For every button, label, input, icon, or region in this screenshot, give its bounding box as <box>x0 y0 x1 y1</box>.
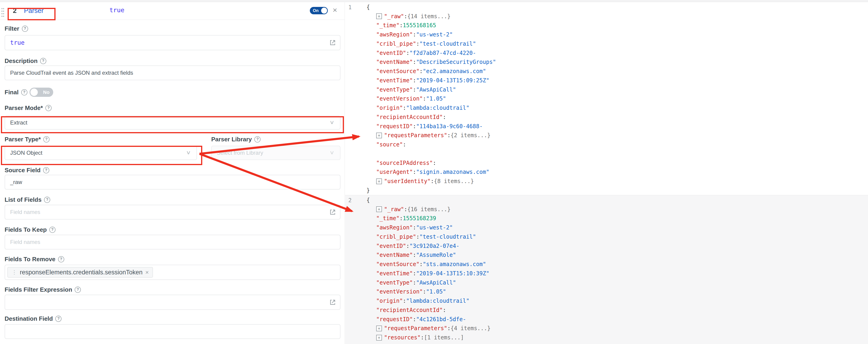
help-icon[interactable]: ? <box>254 136 260 142</box>
filter-value: true <box>10 39 25 46</box>
parser-type-value: JSON Object <box>10 150 42 156</box>
help-icon[interactable]: ? <box>40 58 46 64</box>
fields-filter-expression-label: Fields Filter Expression ? <box>5 286 81 293</box>
function-index: 2 <box>13 7 17 15</box>
help-icon[interactable]: ? <box>22 26 28 32</box>
parser-mode-value: Extract <box>10 119 27 126</box>
expand-editor-icon[interactable] <box>329 298 336 306</box>
panel-header: 2 Parser true On × <box>0 2 345 20</box>
json-key: "awsRegion" <box>376 224 413 231</box>
parser-library-placeholder: Select from Library <box>217 150 263 156</box>
parser-mode-select[interactable]: Extract ∨ <box>5 116 340 130</box>
json-colon: : <box>443 114 446 120</box>
fields-to-keep-input[interactable]: Field names <box>5 235 340 250</box>
json-key: "eventType" <box>376 280 413 286</box>
json-key: "requestID" <box>376 123 413 130</box>
json-key: "_raw" <box>384 206 404 212</box>
chip-remove-icon[interactable]: × <box>145 269 149 276</box>
help-icon[interactable]: ? <box>21 89 27 95</box>
final-toggle[interactable]: No <box>30 88 53 97</box>
function-enabled-toggle[interactable]: On <box>310 7 328 14</box>
expand-node-icon[interactable]: + <box>376 133 382 138</box>
chevron-down-icon: ∨ <box>330 119 335 125</box>
source-field-input[interactable]: _raw <box>5 175 340 190</box>
help-icon[interactable]: ? <box>45 105 52 111</box>
expand-editor-icon[interactable] <box>329 39 336 46</box>
chip-text: responseElements.credentials.sessionToke… <box>20 269 143 276</box>
expand-node-icon[interactable]: + <box>376 206 382 212</box>
expand-node-icon[interactable]: + <box>376 325 382 331</box>
json-row: +"userIdentity":{8 items...} <box>345 177 868 186</box>
json-row <box>345 149 868 159</box>
json-colon: : <box>413 169 416 175</box>
json-row: "origin":"lambda:cloudtrail" <box>345 103 868 113</box>
json-row: "eventVersion":"1.05" <box>345 94 868 104</box>
json-colon: : <box>413 123 416 130</box>
json-key: "eventSource" <box>376 261 420 267</box>
description-input[interactable]: Parse CloudTrail event as JSON and extra… <box>5 65 340 80</box>
help-icon[interactable]: ? <box>75 287 81 293</box>
expand-editor-icon[interactable] <box>329 208 336 216</box>
json-value: "AwsApiCall" <box>416 280 456 286</box>
parser-function-panel: 2 Parser true On × Filter ? true Descrip… <box>0 2 345 344</box>
json-value: {8 items...} <box>434 178 474 184</box>
filter-input[interactable]: true <box>5 35 340 50</box>
fields-to-keep-label: Fields To Keep ? <box>5 226 56 233</box>
json-colon: : <box>447 132 451 139</box>
top-strip <box>0 0 868 2</box>
help-icon[interactable]: ? <box>43 136 50 142</box>
json-key: "requestParameters" <box>384 132 447 139</box>
json-key: "recipientAccountId" <box>376 114 443 120</box>
parser-library-label: Parser Library ? <box>211 136 260 143</box>
help-icon[interactable]: ? <box>44 197 50 203</box>
json-key: "requestParameters" <box>384 325 447 332</box>
json-value: "lambda:cloudtrail" <box>406 298 469 304</box>
field-chip[interactable]: ⋮ responseElements.credentials.sessionTo… <box>7 267 153 278</box>
json-value: "sts.amazonaws.com" <box>423 261 486 267</box>
toggle-no-label: No <box>43 89 50 95</box>
json-value: "114ba13a-9c60-4688- <box>416 123 483 130</box>
help-icon[interactable]: ? <box>43 167 49 173</box>
json-key: "recipientAccountId" <box>376 307 443 313</box>
toggle-knob <box>321 8 327 13</box>
help-icon[interactable]: ? <box>49 227 56 233</box>
list-of-fields-input[interactable]: Field names <box>5 205 340 220</box>
function-title-link[interactable]: Parser <box>24 7 43 15</box>
help-icon[interactable]: ? <box>58 256 64 262</box>
close-icon[interactable]: × <box>333 6 337 14</box>
parser-library-select[interactable]: Select from Library ∨ <box>211 146 340 160</box>
fields-filter-expression-input[interactable] <box>5 295 340 310</box>
json-key: "cribl_pipe" <box>376 40 416 47</box>
drag-handle-icon[interactable] <box>1 7 4 17</box>
json-value: "us-west-2" <box>416 224 453 231</box>
json-colon: : <box>403 105 406 111</box>
expand-node-icon[interactable]: + <box>376 13 382 19</box>
json-value: 1555168239 <box>403 215 436 222</box>
parser-mode-label: Parser Mode* ? <box>5 104 52 112</box>
json-value: 1555168165 <box>403 22 436 29</box>
json-key: "eventType" <box>376 86 413 93</box>
event-row-2: 2{+"_raw":{16 items...}"_time":155516823… <box>345 195 868 344</box>
fields-to-keep-placeholder: Field names <box>10 239 40 245</box>
help-icon[interactable]: ? <box>55 316 62 322</box>
json-row: "_time":1555168165 <box>345 21 868 30</box>
expand-node-icon[interactable]: + <box>376 335 382 341</box>
json-row: "cribl_pipe":"test-cloudtrail" <box>345 39 868 49</box>
expand-node-icon[interactable]: + <box>376 178 382 184</box>
json-key: "eventName" <box>376 252 413 258</box>
destination-field-input[interactable] <box>5 324 340 339</box>
json-key: "origin" <box>376 298 403 304</box>
chevron-down-icon: ∨ <box>186 149 191 155</box>
json-colon: : <box>443 307 446 313</box>
json-row: "eventID":"3c9120a2-07e4- <box>345 241 868 251</box>
json-key: "eventVersion" <box>376 288 423 295</box>
parser-type-label: Parser Type* ? <box>5 136 50 143</box>
json-value: "1.05" <box>426 288 446 295</box>
fields-to-remove-input[interactable]: ⋮ responseElements.credentials.sessionTo… <box>5 265 340 280</box>
json-value: {14 items...} <box>407 13 451 20</box>
json-row: +"_raw":{14 items...} <box>345 12 868 21</box>
json-value: "f2d7ab87-47cd-4220- <box>410 50 476 56</box>
toggle-knob <box>30 89 38 96</box>
parser-type-select[interactable]: JSON Object ∨ <box>5 146 197 160</box>
chip-drag-handle-icon[interactable]: ⋮ <box>11 269 17 276</box>
